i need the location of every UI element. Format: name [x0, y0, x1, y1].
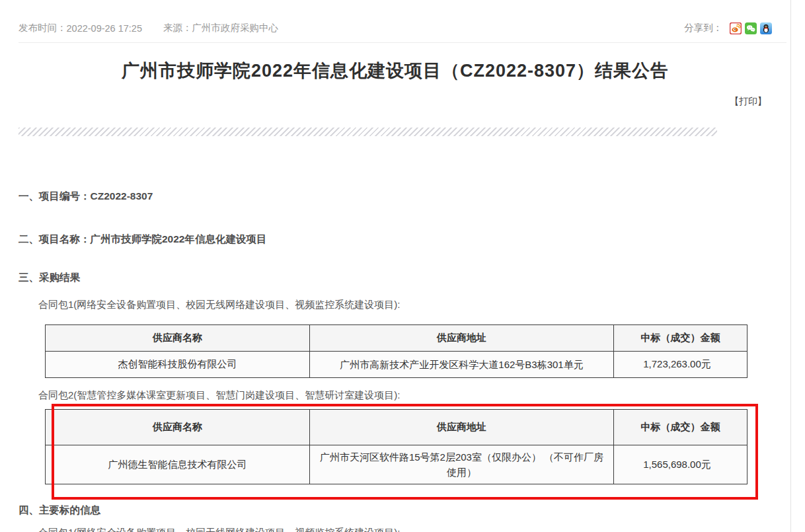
- supplier-address-cell: 广州市高新技术产业开发区科学大道162号B3栋301单元: [310, 352, 614, 378]
- col-header-award-amount: 中标（成交）金额: [614, 410, 748, 445]
- table-header-row: 供应商名称 供应商地址 中标（成交）金额: [46, 325, 748, 352]
- publish-time-label: 发布时间：: [19, 22, 67, 34]
- qq-icon[interactable]: [760, 22, 772, 34]
- share-label: 分享到：: [684, 22, 722, 34]
- award-amount-cell: 1,723,263.00元: [614, 352, 748, 378]
- award-amount-cell: 1,565,698.00元: [614, 445, 748, 484]
- supplier-address-cell: 广州市天河区软件路15号第2层203室（仅限办公） （不可作厂房使用）: [310, 445, 614, 484]
- page-right-border: [790, 0, 791, 532]
- package1-intro: 合同包1(网络安全设备购置项目、校园无线网络建设项目、视频监控系统建设项目):: [38, 299, 401, 311]
- source-label: 来源：: [163, 22, 192, 34]
- publish-time-value: 2022-09-26 17:25: [67, 23, 143, 34]
- col-header-supplier-name: 供应商名称: [46, 410, 310, 445]
- page-title: 广州市技师学院2022年信息化建设项目（CZ2022-8307）结果公告: [0, 59, 790, 83]
- section-project-name: 二、项目名称：广州市技师学院2022年信息化建设项目: [19, 233, 266, 247]
- wechat-icon[interactable]: [745, 22, 757, 34]
- table-row: 广州德生智能信息技术有限公司 广州市天河区软件路15号第2层203室（仅限办公）…: [46, 445, 748, 484]
- supplier-name-cell: 杰创智能科技股份有限公司: [46, 352, 310, 378]
- table-row: 杰创智能科技股份有限公司 广州市高新技术产业开发区科学大道162号B3栋301单…: [46, 352, 748, 378]
- weibo-icon[interactable]: [730, 22, 742, 34]
- clipped-bottom-text: 合同包1(网络安全设备购置项目、校园无线网络建设项目、视频监控系统建设项目):: [38, 527, 401, 532]
- section-project-number: 一、项目编号：CZ2022-8307: [19, 190, 153, 204]
- hatch-divider: [19, 128, 717, 136]
- package2-result-table: 供应商名称 供应商地址 中标（成交）金额 广州德生智能信息技术有限公司 广州市天…: [45, 409, 748, 484]
- table-header-row: 供应商名称 供应商地址 中标（成交）金额: [46, 410, 748, 445]
- col-header-supplier-address: 供应商地址: [310, 410, 614, 445]
- package2-intro: 合同包2(智慧管控多媒体课室更新项目、智慧门岗建设项目、智慧研讨室建设项目):: [38, 389, 401, 402]
- source-value: 广州市政府采购中心: [192, 22, 279, 34]
- section-procurement-result: 三、采购结果: [19, 271, 80, 285]
- package1-result-table: 供应商名称 供应商地址 中标（成交）金额 杰创智能科技股份有限公司 广州市高新技…: [45, 324, 748, 378]
- share-bar: 分享到：: [684, 22, 772, 34]
- col-header-supplier-name: 供应商名称: [46, 325, 310, 352]
- meta-bar: 发布时间： 2022-09-26 17:25 来源： 广州市政府采购中心 分享到…: [19, 22, 772, 34]
- meta-divider: [19, 42, 786, 43]
- section-main-subject-info: 四、主要标的信息: [19, 504, 100, 517]
- col-header-supplier-address: 供应商地址: [310, 325, 614, 352]
- col-header-award-amount: 中标（成交）金额: [614, 325, 748, 352]
- print-button[interactable]: 【打印】: [730, 96, 767, 108]
- supplier-name-cell: 广州德生智能信息技术有限公司: [46, 445, 310, 484]
